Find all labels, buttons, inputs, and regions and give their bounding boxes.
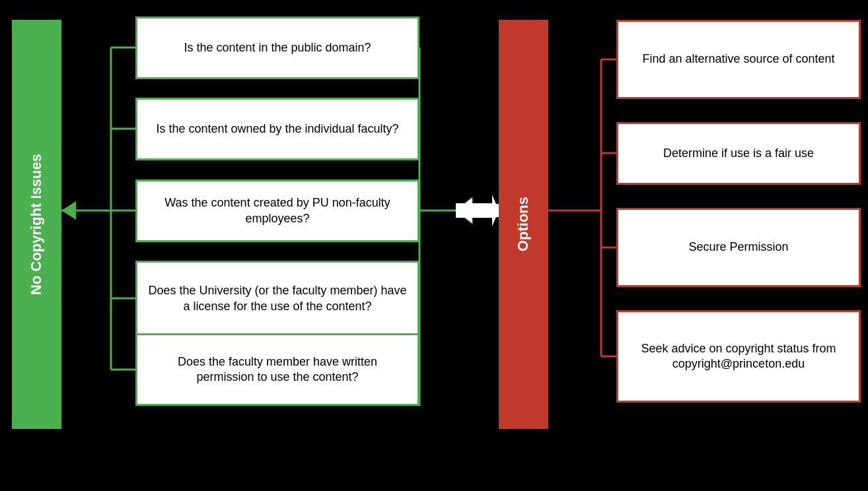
diagram: No Copyright Issues Is the content in th… xyxy=(0,0,868,491)
svg-text:YES: YES xyxy=(78,195,104,210)
option-1: Find an alternative source of content xyxy=(616,20,861,99)
option-2: Determine if use is a fair use xyxy=(616,122,861,185)
svg-text:No/Unknown: No/Unknown xyxy=(423,192,488,203)
option-4: Seek advice on copyright status from cop… xyxy=(616,310,861,403)
svg-marker-16 xyxy=(492,195,499,226)
svg-marker-13 xyxy=(456,197,472,224)
question-1: Is the content in the public domain? xyxy=(135,16,419,79)
option-3: Secure Permission xyxy=(616,208,861,287)
question-4: Does the University (or the faculty memb… xyxy=(135,261,419,337)
question-2: Is the content owned by the individual f… xyxy=(135,98,419,160)
question-5: Does the faculty member have written per… xyxy=(135,333,419,406)
svg-marker-9 xyxy=(61,201,76,220)
no-copyright-bar: No Copyright Issues xyxy=(12,20,61,429)
options-bar: Options xyxy=(499,20,548,429)
svg-rect-15 xyxy=(456,203,492,218)
question-3: Was the content created by PU non-facult… xyxy=(135,180,419,242)
